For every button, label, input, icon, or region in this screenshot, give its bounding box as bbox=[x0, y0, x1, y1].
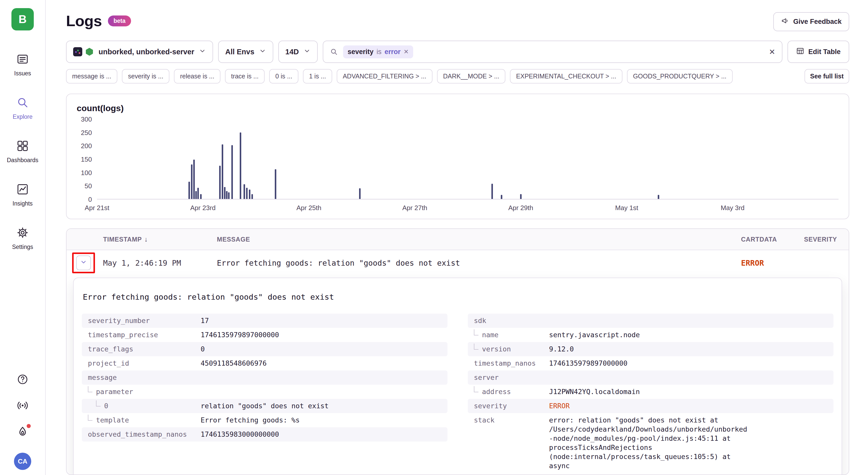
y-axis-tick: 200 bbox=[81, 142, 92, 150]
x-axis-tick: Apr 23rd bbox=[190, 204, 216, 212]
date-range-selector[interactable]: 14D bbox=[278, 41, 318, 63]
sidebar: B Issues Explore Dashboards bbox=[0, 0, 46, 475]
attribute-row: parameter bbox=[82, 385, 447, 399]
attribute-key: timestamp_nanos bbox=[474, 359, 536, 368]
x-axis-tick: Apr 29th bbox=[508, 204, 533, 212]
tree-connector bbox=[88, 415, 92, 421]
attribute-row: server bbox=[468, 370, 834, 385]
log-attributes-left: severity_number17timestamp_precise174613… bbox=[82, 314, 447, 473]
issues-icon bbox=[16, 53, 29, 67]
chart-bar bbox=[491, 184, 493, 199]
filter-chips-row: message is ...severity is ...release is … bbox=[66, 69, 849, 83]
filter-chip[interactable]: trace is ... bbox=[225, 69, 265, 83]
attribute-row: observed_timestamp_nanos1746135983000000… bbox=[82, 427, 447, 442]
chart-bar bbox=[197, 188, 199, 199]
sidebar-item-insights[interactable]: Insights bbox=[12, 183, 32, 207]
filter-chip[interactable]: ADVANCED_FILTERING > ... bbox=[337, 69, 432, 83]
search-input[interactable]: severity is error ✕ ✕ bbox=[323, 41, 782, 63]
annotation-highlight bbox=[72, 252, 95, 273]
tree-connector bbox=[474, 386, 478, 392]
cell-timestamp: May 1, 2:46:19 PM bbox=[103, 259, 181, 267]
sidebar-item-issues[interactable]: Issues bbox=[14, 53, 31, 77]
table-icon bbox=[796, 47, 804, 57]
project-selector[interactable]: unborked, unborked-server bbox=[66, 41, 213, 63]
x-axis-tick: Apr 25th bbox=[297, 204, 321, 212]
chart-bar bbox=[251, 194, 253, 199]
chart-bar bbox=[228, 192, 229, 199]
sidebar-bottom: CA bbox=[14, 373, 31, 470]
attribute-row: stackerror: relation "goods" does not ex… bbox=[468, 413, 834, 473]
filter-chip[interactable]: severity is ... bbox=[122, 69, 169, 83]
column-header-message[interactable]: MESSAGE bbox=[217, 236, 741, 243]
chart-x-axis: Apr 21stApr 23rdApr 25thApr 27thApr 29th… bbox=[97, 199, 839, 214]
see-full-list-button[interactable]: See full list bbox=[805, 69, 849, 83]
x-axis-tick: May 3rd bbox=[721, 204, 745, 212]
user-avatar[interactable]: CA bbox=[14, 453, 31, 470]
chart-y-axis: 050100150200250300 bbox=[77, 119, 97, 199]
environment-selector-label: All Envs bbox=[225, 48, 254, 56]
project-selector-label: unborked, unborked-server bbox=[98, 48, 194, 56]
chevron-down-icon bbox=[199, 47, 206, 56]
logs-count-chart: 050100150200250300 Apr 21stApr 23rdApr 2… bbox=[77, 119, 839, 214]
sidebar-item-explore[interactable]: Explore bbox=[13, 96, 32, 120]
filter-chip[interactable]: DARK__MODE > ... bbox=[437, 69, 506, 83]
log-detail-card: Error fetching goods: relation "goods" d… bbox=[73, 278, 842, 475]
filter-chip[interactable]: GOODS_PRODUCTQUERY > ... bbox=[627, 69, 733, 83]
search-filter-token[interactable]: severity is error ✕ bbox=[343, 45, 413, 58]
attribute-row: timestamp_nanos1746135979897000000 bbox=[468, 356, 834, 370]
filter-chip[interactable]: release is ... bbox=[174, 69, 220, 83]
sidebar-nav: Issues Explore Dashboards Insights bbox=[7, 53, 38, 250]
log-table-row[interactable]: May 1, 2:46:19 PM Error fetching goods: … bbox=[66, 250, 849, 276]
chart-bar bbox=[200, 194, 202, 199]
page-header: Logs beta Give Feedback bbox=[66, 12, 849, 32]
broadcast-button[interactable] bbox=[17, 399, 29, 413]
chart-bar bbox=[244, 184, 245, 199]
attribute-value: 1746135979897000000 bbox=[549, 359, 627, 368]
column-header-cartdata[interactable]: CARTDATA bbox=[741, 236, 804, 243]
attribute-row: timestamp_precise1746135979897000000 bbox=[82, 328, 447, 342]
remove-token-icon[interactable]: ✕ bbox=[404, 48, 409, 55]
main-content: Logs beta Give Feedback unborked, unbork… bbox=[46, 0, 868, 475]
logs-table-panel: TIMESTAMP ↓ MESSAGE CARTDATA SEVERITY bbox=[66, 228, 849, 475]
attribute-key: project_id bbox=[88, 359, 129, 368]
attribute-value: 17 bbox=[200, 316, 209, 325]
expand-row-button[interactable] bbox=[76, 256, 91, 270]
filter-chip[interactable]: 0 is ... bbox=[269, 69, 299, 83]
filter-chip[interactable]: message is ... bbox=[66, 69, 117, 83]
attribute-value: 1746135983000000000 bbox=[200, 430, 279, 439]
attribute-value: relation "goods" does not exist bbox=[200, 401, 329, 411]
edit-table-button[interactable]: Edit Table bbox=[787, 41, 849, 63]
sidebar-item-settings[interactable]: Settings bbox=[12, 226, 33, 250]
app-root: B Issues Explore Dashboards bbox=[0, 0, 868, 475]
tree-connector bbox=[96, 400, 100, 406]
chart-bar bbox=[658, 195, 659, 199]
sidebar-item-label: Issues bbox=[14, 70, 31, 77]
attribute-row: addressJ12PWN42YQ.localdomain bbox=[468, 385, 834, 399]
attribute-value: J12PWN42YQ.localdomain bbox=[549, 387, 640, 396]
help-button[interactable] bbox=[17, 373, 29, 387]
chart-bar bbox=[222, 144, 223, 199]
sidebar-item-dashboards[interactable]: Dashboards bbox=[7, 140, 38, 164]
whats-new-button[interactable] bbox=[17, 426, 29, 439]
org-logo[interactable]: B bbox=[11, 8, 34, 30]
give-feedback-button[interactable]: Give Feedback bbox=[773, 12, 849, 31]
attribute-key: trace_flags bbox=[88, 345, 133, 354]
attribute-row: namesentry.javascript.node bbox=[468, 328, 834, 342]
y-axis-tick: 300 bbox=[81, 115, 92, 123]
sidebar-item-label: Dashboards bbox=[7, 157, 38, 164]
attribute-key: address bbox=[482, 387, 511, 396]
search-icon bbox=[330, 48, 338, 56]
attribute-key: message bbox=[88, 373, 117, 382]
chart-bar bbox=[275, 169, 276, 199]
attribute-key: template bbox=[96, 416, 129, 425]
flame-icon bbox=[17, 432, 29, 439]
column-header-severity[interactable]: SEVERITY bbox=[804, 236, 837, 243]
x-axis-tick: Apr 21st bbox=[85, 204, 110, 212]
filter-chip[interactable]: EXPERIMENTAL_CHECKOUT > ... bbox=[510, 69, 622, 83]
filter-chip[interactable]: 1 is ... bbox=[303, 69, 332, 83]
clear-search-button[interactable]: ✕ bbox=[769, 47, 775, 56]
environment-selector[interactable]: All Envs bbox=[218, 41, 273, 63]
chart-bar bbox=[193, 160, 195, 199]
column-header-timestamp[interactable]: TIMESTAMP ↓ bbox=[103, 235, 217, 243]
chevron-down-icon bbox=[304, 47, 311, 56]
